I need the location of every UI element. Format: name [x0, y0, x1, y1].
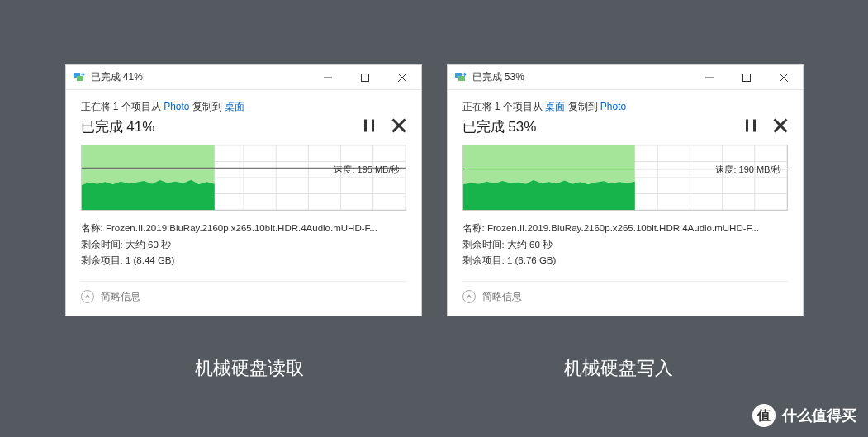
progress-percent: 已完成 53% [462, 117, 537, 136]
brief-info-toggle[interactable]: 简略信息 [462, 281, 788, 307]
items-remaining-row: 剩余项目: 1 (8.44 GB) [81, 253, 406, 269]
file-name-row: 名称: Frozen.II.2019.BluRay.2160p.x265.10b… [462, 221, 788, 237]
time-remaining-value: 大约 60 秒 [507, 240, 553, 249]
minimize-button[interactable] [691, 65, 728, 89]
window-title: 已完成 41% [91, 70, 310, 84]
brief-info-label: 简略信息 [101, 290, 140, 304]
time-remaining-label: 剩余时间: [81, 240, 126, 249]
copy-mid: 复制到 [565, 101, 600, 112]
caption-right: 机械硬盘写入 [440, 356, 797, 381]
progress-percent: 已完成 41% [81, 117, 155, 136]
dest-link[interactable]: 桌面 [225, 101, 244, 112]
dest-link[interactable]: Photo [600, 101, 626, 112]
speed-chart: 速度: 190 MB/秒 [462, 145, 788, 211]
chevron-up-icon [81, 290, 94, 303]
progress-actions [732, 118, 787, 135]
svg-rect-31 [743, 74, 751, 81]
chevron-up-icon [462, 290, 476, 303]
copy-dialog-right: 已完成 53% 正在将 1 个项目从 桌面 复制到 Photo 已完成 53% … [447, 64, 804, 316]
details: 名称: Frozen.II.2019.BluRay.2160p.x265.10b… [462, 221, 788, 269]
copy-progress-icon [454, 71, 467, 84]
cancel-button[interactable] [391, 118, 406, 133]
watermark-badge-icon: 值 [752, 404, 776, 427]
pause-button[interactable] [743, 118, 758, 133]
window-buttons [310, 65, 421, 89]
titlebar: 已完成 41% [66, 65, 421, 90]
copy-prefix: 正在将 1 个项目从 [462, 101, 546, 112]
speed-chart: 速度: 195 MB/秒 [81, 145, 406, 211]
svg-rect-3 [362, 74, 369, 81]
copy-prefix: 正在将 1 个项目从 [81, 101, 164, 112]
maximize-button[interactable] [728, 65, 766, 89]
items-remaining-value: 1 (6.76 GB) [507, 255, 556, 265]
caption-left: 机械硬盘读取 [71, 356, 428, 381]
details: 名称: Frozen.II.2019.BluRay.2160p.x265.10b… [81, 221, 406, 269]
file-name-row: 名称: Frozen.II.2019.BluRay.2160p.x265.10b… [81, 221, 406, 237]
source-link[interactable]: 桌面 [545, 101, 565, 112]
brief-info-toggle[interactable]: 简略信息 [81, 281, 406, 307]
window-buttons [691, 65, 803, 89]
time-remaining-label: 剩余时间: [462, 240, 507, 249]
file-name-label: 名称: [81, 223, 106, 233]
time-remaining-value: 大约 60 秒 [126, 240, 171, 249]
copy-description: 正在将 1 个项目从 桌面 复制到 Photo [462, 100, 788, 114]
copy-dialog-left: 已完成 41% 正在将 1 个项目从 Photo 复制到 桌面 已完成 41% … [65, 64, 422, 316]
minimize-button[interactable] [310, 65, 347, 89]
svg-rect-29 [458, 76, 465, 81]
watermark-text: 什么值得买 [782, 406, 856, 425]
file-name-value: Frozen.II.2019.BluRay.2160p.x265.10bit.H… [487, 223, 759, 233]
titlebar: 已完成 53% [448, 65, 803, 90]
progress-actions [350, 118, 406, 135]
source-link[interactable]: Photo [164, 101, 189, 112]
items-remaining-row: 剩余项目: 1 (6.76 GB) [462, 253, 788, 269]
items-remaining-label: 剩余项目: [81, 255, 126, 265]
brief-info-label: 简略信息 [482, 290, 522, 304]
pause-button[interactable] [362, 118, 377, 133]
file-name-value: Frozen.II.2019.BluRay.2160p.x265.10bit.H… [106, 223, 377, 233]
copy-description: 正在将 1 个项目从 Photo 复制到 桌面 [81, 100, 406, 114]
window-title: 已完成 53% [472, 70, 691, 84]
speed-label: 速度: 195 MB/秒 [334, 164, 400, 176]
close-button[interactable] [766, 65, 803, 89]
close-button[interactable] [384, 65, 421, 89]
copy-progress-icon [73, 71, 86, 84]
time-remaining-row: 剩余时间: 大约 60 秒 [462, 237, 788, 254]
items-remaining-label: 剩余项目: [462, 255, 507, 265]
time-remaining-row: 剩余时间: 大约 60 秒 [81, 237, 406, 254]
speed-label: 速度: 190 MB/秒 [715, 164, 781, 176]
watermark: 值 什么值得买 [752, 404, 856, 427]
copy-mid: 复制到 [190, 101, 225, 112]
svg-rect-1 [77, 76, 83, 81]
maximize-button[interactable] [347, 65, 384, 89]
file-name-label: 名称: [462, 223, 487, 233]
items-remaining-value: 1 (8.44 GB) [126, 255, 174, 265]
cancel-button[interactable] [773, 118, 788, 133]
